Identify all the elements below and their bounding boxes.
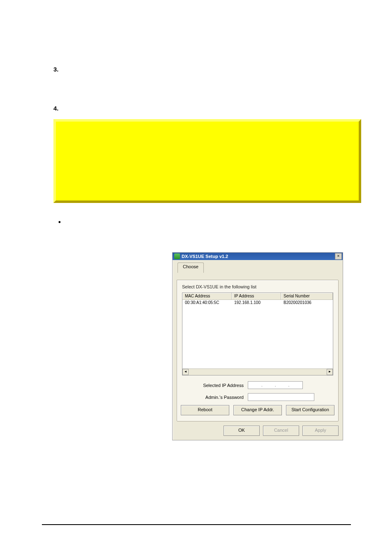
cell-sn: B20200201036 (281, 300, 333, 306)
footer-divider (42, 524, 351, 525)
scroll-left-icon[interactable]: ◄ (182, 369, 189, 375)
start-configuration-button[interactable]: Start Configuration (286, 405, 334, 415)
col-header-ip[interactable]: IP Address (232, 293, 281, 300)
cancel-button: Cancel (263, 426, 299, 436)
list-body[interactable]: 00:30:A1:40:05:5C 192.168.1.100 B2020020… (182, 300, 333, 375)
label-selected-ip: Selected IP Address (182, 383, 248, 388)
list-text-4 (67, 105, 361, 112)
row-selected-ip: Selected IP Address . . . (182, 381, 333, 389)
cell-mac: 00:30:A1:40:05:5C (182, 300, 232, 306)
dialog-body: Choose Select DX-VS1UE in the following … (173, 260, 343, 440)
bullet-item: • (53, 219, 361, 226)
app-icon (174, 253, 180, 259)
row-admin-password: Admin.'s Password (182, 393, 333, 401)
col-header-sn[interactable]: Serial Number (281, 293, 333, 300)
ordered-list-item-4: 4. (53, 105, 361, 112)
admin-password-input[interactable] (248, 393, 314, 401)
ok-button[interactable]: OK (224, 426, 260, 436)
tab-panel: Select DX-VS1UE in the following list MA… (177, 280, 339, 421)
selected-ip-input[interactable]: . . . (248, 381, 303, 389)
highlight-note-panel (53, 119, 361, 203)
action-button-row: Reboot Change IP Addr. Start Configurati… (182, 405, 333, 415)
scroll-track[interactable] (189, 369, 327, 375)
setup-dialog-figure: DX-VS1UE Setup v1.2 × Choose Select DX-V… (172, 252, 342, 440)
reboot-button[interactable]: Reboot (181, 405, 229, 415)
tab-choose[interactable]: Choose (178, 263, 204, 273)
label-admin-password: Admin.'s Password (182, 395, 248, 400)
form-area: Selected IP Address . . . Admin.'s Passw… (182, 381, 333, 401)
list-text-3 (67, 66, 361, 73)
device-list[interactable]: MAC Address IP Address Serial Number 00:… (182, 292, 333, 375)
scroll-right-icon[interactable]: ► (327, 369, 333, 375)
col-header-mac[interactable]: MAC Address (182, 293, 232, 300)
change-ip-button[interactable]: Change IP Addr. (233, 405, 282, 415)
dialog-bottom-buttons: OK Cancel Apply (177, 426, 339, 436)
panel-caption: Select DX-VS1UE in the following list (182, 284, 333, 289)
list-number-4: 4. (53, 105, 67, 112)
table-row[interactable]: 00:30:A1:40:05:5C 192.168.1.100 B2020020… (182, 300, 333, 306)
apply-button: Apply (302, 426, 339, 436)
dialog-titlebar[interactable]: DX-VS1UE Setup v1.2 × (173, 253, 343, 260)
setup-dialog: DX-VS1UE Setup v1.2 × Choose Select DX-V… (172, 252, 343, 440)
list-number-3: 3. (53, 66, 67, 73)
ordered-list-item-3: 3. (53, 66, 361, 73)
list-header: MAC Address IP Address Serial Number (182, 293, 333, 300)
dialog-title-text: DX-VS1UE Setup v1.2 (182, 254, 228, 259)
close-icon[interactable]: × (335, 253, 342, 260)
bullet-glyph: • (53, 219, 66, 226)
tab-strip: Choose (177, 263, 339, 272)
cell-ip: 192.168.1.100 (232, 300, 281, 306)
h-scrollbar[interactable]: ◄ ► (182, 368, 333, 375)
